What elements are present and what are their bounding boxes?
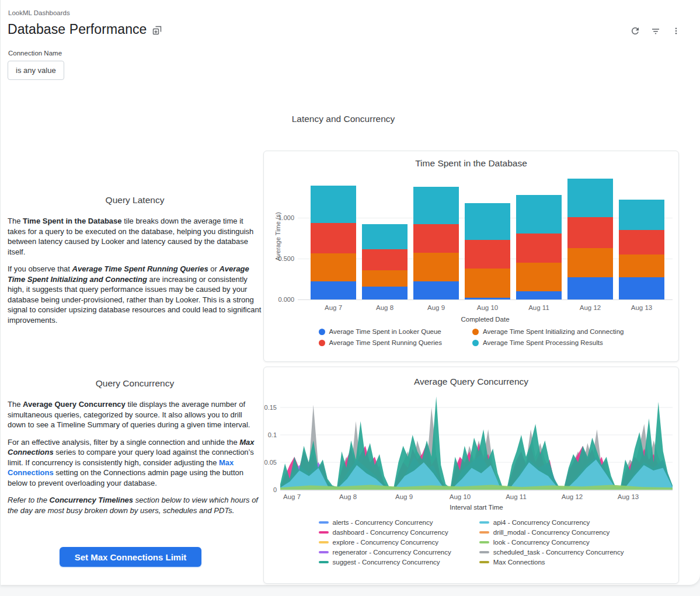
bar-segment[interactable] (516, 233, 562, 263)
x-axis-title: Interval start Time (280, 504, 673, 511)
legend-item-suggest[interactable]: suggest - Concurrency Concurrency (319, 559, 451, 566)
x-axis-tick: Aug 10 (465, 304, 510, 311)
set-max-connections-button[interactable]: Set Max Connections Limit (60, 547, 201, 567)
bar-segment[interactable] (567, 217, 613, 248)
legend-label: Average Time Spent Initializing and Conn… (483, 328, 624, 335)
x-axis-tick: Aug 13 (619, 304, 664, 311)
legend-item-queries[interactable]: Average Time Spent Running Queries (319, 339, 442, 346)
bar-segment[interactable] (465, 240, 510, 269)
concurrency-paragraph-2: For an effective analysis, filter by a s… (8, 437, 262, 489)
bar-segment[interactable] (619, 277, 664, 299)
refresh-icon (630, 26, 640, 36)
bar-segment[interactable] (516, 195, 562, 233)
bar-segment[interactable] (619, 230, 664, 255)
filter-label: Connection Name (8, 50, 62, 57)
bar-aug-9 (413, 187, 459, 299)
bar-segment[interactable] (413, 253, 459, 281)
bar-segment[interactable] (619, 255, 664, 277)
concurrency-paragraph-3: Refer to the Concurrency Timelines secti… (8, 495, 262, 515)
legend-line-icon (319, 531, 329, 534)
bar-segment[interactable] (362, 270, 408, 287)
query-concurrency-block: Query Concurrency The Average Query Conc… (8, 378, 262, 522)
x-axis-tick: Aug 7 (274, 493, 309, 500)
bar-segment[interactable] (516, 263, 562, 291)
latency-paragraph-1: The Time Spent in the Database tile brea… (8, 216, 262, 257)
bar-plot[interactable] (298, 176, 673, 300)
chart-title: Time Spent in the Database (264, 158, 678, 169)
bar-segment[interactable] (465, 203, 510, 240)
bar-chart-legend: Average Time Spent in Looker QueueAverag… (264, 328, 678, 346)
section-title: Latency and Concurrency (8, 114, 679, 124)
y-axis-tick: 0 (273, 486, 277, 493)
x-axis-ticks: Aug 7Aug 8Aug 9Aug 10Aug 11Aug 12Aug 13 (298, 304, 673, 313)
bar-segment[interactable] (311, 186, 356, 223)
bar-aug-13 (619, 200, 664, 299)
bar-segment[interactable] (362, 249, 408, 270)
bar-segment[interactable] (311, 223, 356, 253)
query-latency-heading: Query Latency (8, 195, 262, 205)
bar-segment[interactable] (567, 248, 613, 277)
legend-line-icon (319, 541, 329, 543)
legend-label: drill_modal - Concurrency Concurrency (493, 529, 610, 536)
bar-segment[interactable] (413, 187, 459, 224)
bar-segment[interactable] (311, 281, 356, 299)
legend-label: Average Time Spent Processing Results (483, 339, 603, 346)
bar-segment[interactable] (619, 200, 664, 230)
legend-label: look - Concurrency Concurrency (493, 539, 590, 546)
bar-segment[interactable] (413, 281, 459, 299)
y-axis-ticks: 00.050.10.15 (264, 395, 279, 491)
filter-icon (650, 26, 661, 36)
legend-item-look[interactable]: look - Concurrency Concurrency (479, 539, 624, 546)
x-axis-tick: Aug 11 (499, 493, 534, 500)
bar-segment[interactable] (465, 269, 510, 298)
x-axis-baseline (298, 299, 673, 300)
bar-aug-11 (516, 195, 562, 299)
refresh-button[interactable] (629, 25, 642, 37)
legend-item-connecting[interactable]: Average Time Spent Initializing and Conn… (472, 328, 624, 335)
legend-item-scheduled_task[interactable]: scheduled_task - Concurrency Concurrency (479, 549, 624, 556)
legend-label: Max Connections (493, 559, 545, 566)
x-axis-tick: Aug 10 (443, 493, 478, 500)
legend-item-max[interactable]: Max Connections (479, 559, 624, 566)
x-axis-tick: Aug 13 (611, 493, 646, 500)
duplicate-dashboard-icon[interactable] (152, 25, 162, 36)
legend-dot-icon (472, 329, 479, 335)
bar-segment[interactable] (567, 179, 613, 217)
bar-segment[interactable] (362, 224, 408, 249)
bar-segment[interactable] (465, 298, 510, 299)
concurrency-paragraph-1: The Average Query Concurrency tile displ… (8, 399, 262, 430)
bar-segment[interactable] (567, 277, 613, 299)
breadcrumb[interactable]: LookML Dashboards (8, 9, 70, 16)
bar-segment[interactable] (311, 253, 356, 281)
legend-item-results[interactable]: Average Time Spent Processing Results (472, 339, 624, 346)
bar-segment[interactable] (413, 224, 459, 253)
bar-aug-12 (567, 179, 613, 299)
y-axis-tick: 0.05 (264, 459, 277, 466)
legend-label: Average Time Spent in Looker Queue (329, 328, 441, 335)
concurrency-area-chart[interactable] (280, 395, 673, 491)
legend-item-dashboard[interactable]: dashboard - Concurrency Concurrency (319, 529, 451, 536)
legend-item-regenerator[interactable]: regenerator - Concurrency Concurrency (319, 549, 451, 556)
x-axis-tick: Aug 9 (413, 304, 459, 311)
legend-item-explore[interactable]: explore - Concurrency Concurrency (319, 539, 451, 546)
legend-item-drill_modal[interactable]: drill_modal - Concurrency Concurrency (479, 529, 624, 536)
more-menu-button[interactable] (670, 25, 682, 37)
connection-name-filter[interactable]: is any value (8, 61, 64, 80)
bar-aug-7 (311, 186, 356, 299)
bar-segment[interactable] (362, 287, 408, 299)
chart-title: Average Query Concurrency (264, 377, 678, 387)
bar-segment[interactable] (516, 291, 562, 299)
x-axis-tick: Aug 8 (362, 304, 408, 311)
x-axis-tick: Aug 11 (516, 304, 562, 311)
legend-dot-icon (472, 340, 479, 346)
tile-time-spent-in-database: Time Spent in the Database Average Time … (263, 151, 679, 362)
legend-item-queue[interactable]: Average Time Spent in Looker Queue (319, 328, 442, 335)
legend-line-icon (479, 521, 489, 524)
legend-item-alerts[interactable]: alerts - Concurrency Concurrency (319, 519, 451, 526)
filter-toggle-button[interactable] (649, 25, 662, 37)
y-axis-tick: 0.1 (268, 431, 277, 438)
legend-dot-icon (319, 329, 325, 335)
legend-item-api4[interactable]: api4 - Concurrency Concurrency (479, 519, 624, 526)
legend-label: scheduled_task - Concurrency Concurrency (493, 549, 624, 556)
x-axis-tick: Aug 12 (567, 304, 613, 311)
